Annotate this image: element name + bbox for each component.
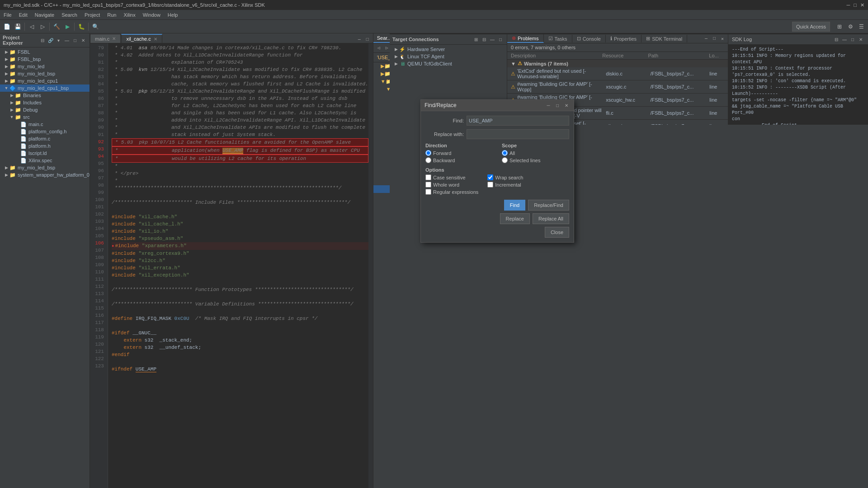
tc-icon-1[interactable]: ⊞	[472, 36, 480, 43]
find-button[interactable]: Find	[504, 200, 525, 211]
toolbar-icon-1[interactable]: ⊞	[835, 22, 844, 32]
tab-properties[interactable]: ℹ Properties	[606, 35, 642, 42]
tree-item-debug[interactable]: ▶ 📁 Debug	[0, 106, 90, 113]
backward-radio[interactable]	[425, 157, 431, 163]
tc-icon-2[interactable]: ⊟	[481, 36, 488, 43]
tree-item-lscript[interactable]: 📄 lscript.ld	[0, 150, 90, 157]
sr-item-makefile[interactable]: 📄 Makefile (2 matches)	[373, 201, 390, 208]
sr-item-include[interactable]: ▼📁 include	[373, 93, 390, 101]
toolbar-icon-3[interactable]: ☰	[856, 22, 866, 32]
tree-item-mio-led-bsp2[interactable]: ▶ 📁 my_mio_led_bsp	[0, 164, 90, 171]
sdk-log-icon-3[interactable]: □	[849, 36, 856, 43]
tab-console[interactable]: ⊡ Console	[572, 35, 606, 42]
menu-project[interactable]: Project	[81, 10, 104, 19]
collapse-all-icon[interactable]: ⊟	[39, 37, 46, 44]
tree-item-binaries[interactable]: ▶ 📁 Binaries	[0, 92, 90, 99]
menu-help[interactable]: Help	[164, 10, 182, 19]
tree-item-my-mio-led-bsp[interactable]: ▶ 📁 my_mio_led_bsp	[0, 70, 90, 77]
menu-file[interactable]: File	[0, 10, 15, 19]
tree-item-xilinx-spec[interactable]: 📄 Xilinx.spec	[0, 157, 90, 164]
tab-main-c-close[interactable]: ✕	[112, 36, 116, 41]
maximize-btn[interactable]: □	[854, 2, 857, 8]
editor-scrollbar[interactable]	[368, 43, 373, 488]
menu-edit[interactable]: Edit	[15, 10, 31, 19]
run-button[interactable]: ▶	[62, 22, 72, 32]
menu-run[interactable]: Run	[104, 10, 120, 19]
search-toolbar-button[interactable]: 🔍	[90, 22, 100, 32]
editor-minimize-icon[interactable]: —	[356, 36, 363, 43]
sr-item-src-standalone[interactable]: ▼📁 src	[373, 162, 390, 170]
tree-item-system-wrapper[interactable]: ▶ 📁 system_wrapper_hw_platform_0	[0, 171, 90, 178]
code-content[interactable]: * 4.01 asa 05/09/14 Made changes in cort…	[108, 43, 368, 488]
new-button[interactable]: 📄	[2, 22, 12, 32]
tree-item-fsbl-bsp[interactable]: ▶ 📁 FSBL_bsp	[0, 56, 90, 63]
menu-window[interactable]: Window	[139, 10, 164, 19]
close-dialog-button[interactable]: Close	[545, 227, 569, 238]
back-button[interactable]: ◁	[27, 22, 37, 32]
selected-lines-radio[interactable]	[502, 157, 508, 163]
tab-problems[interactable]: ⊗ Problems	[507, 34, 543, 43]
tree-item-my-mio-led[interactable]: ▶ 📁 my_mio_led	[0, 63, 90, 70]
regex-check[interactable]	[425, 189, 431, 195]
menu-search[interactable]: Search	[58, 10, 81, 19]
tab-xil-cache-c[interactable]: xil_cache.c ✕	[121, 34, 162, 43]
tree-item-cpu1[interactable]: ▶ 📁 my_mio_led_cpu1	[0, 77, 90, 84]
bottom-close-icon[interactable]: ✕	[719, 35, 726, 42]
save-button[interactable]: 💾	[13, 22, 23, 32]
sr-item-standalone[interactable]: ▼📁 standalone_v6_5	[373, 155, 390, 162]
tree-item-includes[interactable]: ▶ 📁 Includes	[0, 99, 90, 106]
tree-item-src[interactable]: ▼ 📁 src	[0, 113, 90, 121]
quick-access-button[interactable]: Quick Access	[792, 22, 830, 32]
tree-item-cpu1-bsp[interactable]: ▼ 🔷 my_mio_led_cpu1_bsp	[0, 84, 90, 92]
all-radio[interactable]	[502, 150, 508, 156]
sr-item-xscugic-h2[interactable]: 📄 xscugic.h	[373, 147, 390, 155]
sr-item-changelog[interactable]: 📄 changelog.txt (2 matches)	[373, 178, 390, 185]
tree-item-linux-tcf[interactable]: ▶ 🐧 Linux TCF Agent	[390, 53, 507, 60]
sr-item-xscugic-hw[interactable]: 📄 xscugic_hw.c (2 matches)	[373, 131, 390, 139]
incremental-check[interactable]	[487, 182, 493, 188]
close-btn[interactable]: ✕	[860, 2, 864, 8]
tab-sdk-terminal[interactable]: ⊞ SDK Terminal	[642, 35, 687, 42]
tree-item-fsbl[interactable]: ▶ 📁 FSBL	[0, 48, 90, 56]
view-menu-icon[interactable]: ▾	[55, 37, 62, 44]
warnings-group[interactable]: ▼ ⚠ Warnings (7 items)	[507, 60, 728, 67]
sr-item-system-mss[interactable]: 📄 system.mss	[373, 208, 390, 216]
prob-row-1[interactable]: ⚠ 'ExtCsd' defined but not used [-Wunuse…	[507, 67, 728, 80]
sdk-log-icon-4[interactable]: ✕	[857, 36, 864, 43]
editor-maximize-icon[interactable]: □	[364, 36, 371, 43]
sr-item-src-inner[interactable]: ▼📁 src	[373, 124, 390, 131]
bottom-maximize-icon[interactable]: □	[711, 35, 718, 42]
tree-item-qemu[interactable]: ▶ 🖥 QEMU TcfGdbClient	[390, 60, 507, 67]
replace-find-button[interactable]: Replace/Find	[528, 200, 569, 211]
minimize-btn[interactable]: ─	[847, 2, 850, 8]
rp-tab-search[interactable]: Sear...	[373, 33, 390, 43]
replace-input[interactable]	[467, 129, 569, 139]
tree-item-main-c[interactable]: 📄 main.c	[0, 121, 90, 128]
sr-item-cpu1-bsp[interactable]: ▼📁 my_mio_led_cpu1_bsp	[373, 78, 390, 85]
wrap-search-check[interactable]	[487, 174, 493, 180]
minimize-panel-icon[interactable]: —	[63, 37, 71, 44]
sdk-log-icon-2[interactable]: —	[841, 36, 848, 43]
toolbar-icon-2[interactable]: ⚙	[845, 22, 855, 32]
build-button[interactable]: 🔨	[52, 22, 61, 32]
tab-xil-cache-c-close[interactable]: ✕	[154, 37, 157, 42]
bottom-minimize-icon[interactable]: —	[703, 35, 710, 42]
sr-item-xil-crt0[interactable]: 📄 xil-crt0.S (2 matches)	[373, 193, 390, 201]
search-result-icon-2[interactable]: ▷	[383, 44, 390, 52]
sr-item-xil-cache[interactable]: 📄 xil_cache.c (19 matches)	[373, 185, 390, 193]
menu-navigate[interactable]: Navigate	[31, 10, 58, 19]
tc-maximize-icon[interactable]: □	[497, 36, 504, 43]
replace-all-button[interactable]: Replace All	[533, 213, 569, 224]
tab-tasks[interactable]: ☑ Tasks	[544, 35, 572, 42]
close-panel-icon[interactable]: ✕	[80, 37, 87, 44]
sr-item-xscugic-h[interactable]: 📄 xscugic.h	[373, 101, 390, 108]
tree-item-platform-c[interactable]: 📄 platform.c	[0, 135, 90, 142]
link-with-editor-icon[interactable]: 🔗	[47, 37, 54, 44]
sdk-log-icon-1[interactable]: ⊟	[833, 36, 840, 43]
menu-xilinx[interactable]: Xilinx	[120, 10, 139, 19]
forward-radio[interactable]	[425, 150, 431, 156]
prob-row-2[interactable]: ⚠ #warning 'Building GIC for AMP' [-Wcpp…	[507, 80, 728, 94]
replace-button[interactable]: Replace	[500, 213, 530, 224]
maximize-panel-icon[interactable]: □	[71, 37, 79, 44]
whole-word-check[interactable]	[425, 182, 431, 188]
